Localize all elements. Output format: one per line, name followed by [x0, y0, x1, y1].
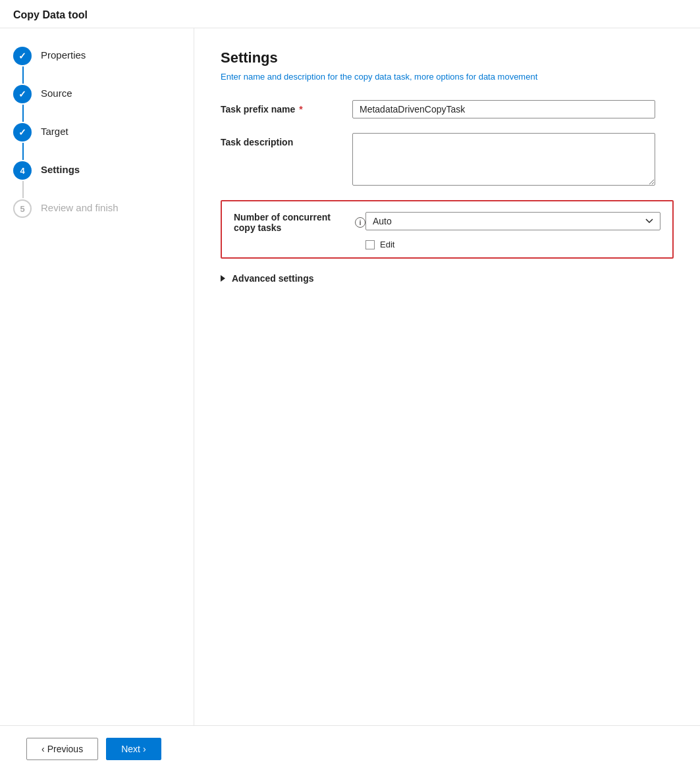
task-prefix-row: Task prefix name * [221, 100, 674, 118]
task-description-row: Task description [221, 133, 674, 186]
required-star: * [296, 104, 302, 115]
sidebar: ✓ Properties ✓ Source ✓ Target 4 Setting… [0, 28, 194, 767]
next-button[interactable]: Next › [106, 738, 161, 760]
task-description-label: Task description [221, 133, 352, 147]
concurrent-tasks-box: Number of concurrent copy tasks i Auto 1… [221, 200, 674, 259]
step-circle-target: ✓ [13, 123, 32, 142]
section-description: Enter name and description for the copy … [221, 72, 674, 82]
content-scroll: Settings Enter name and description for … [221, 49, 674, 767]
sidebar-item-source[interactable]: ✓ Source [13, 85, 180, 103]
step-label-source: Source [41, 85, 72, 99]
sidebar-item-settings[interactable]: 4 Settings [13, 161, 180, 180]
concurrent-tasks-label-group: Number of concurrent copy tasks i [234, 212, 365, 233]
step-circle-properties: ✓ [13, 47, 32, 65]
info-icon[interactable]: i [355, 217, 365, 228]
step-circle-settings: 4 [13, 161, 32, 180]
chevron-right-icon [221, 275, 225, 282]
step-label-target: Target [41, 123, 68, 137]
content-area: Settings Enter name and description for … [194, 28, 700, 767]
edit-label: Edit [380, 240, 394, 249]
footer: ‹ Previous Next › [0, 725, 700, 772]
sidebar-item-review[interactable]: 5 Review and finish [13, 199, 180, 218]
concurrent-tasks-row: Number of concurrent copy tasks i Auto 1… [234, 212, 660, 233]
edit-row: Edit [365, 240, 660, 249]
edit-checkbox[interactable] [365, 240, 375, 249]
step-circle-source: ✓ [13, 85, 32, 103]
advanced-settings-row[interactable]: Advanced settings [221, 273, 674, 284]
section-title: Settings [221, 49, 674, 66]
task-prefix-input[interactable] [352, 100, 655, 118]
task-description-input[interactable] [352, 133, 655, 186]
step-label-review: Review and finish [41, 199, 119, 213]
concurrent-tasks-dropdown[interactable]: Auto 1 2 4 8 16 [365, 212, 660, 230]
main-layout: ✓ Properties ✓ Source ✓ Target 4 Setting… [0, 28, 700, 767]
step-circle-review: 5 [13, 199, 32, 218]
concurrent-tasks-dropdown-wrapper: Auto 1 2 4 8 16 [365, 212, 660, 230]
previous-button[interactable]: ‹ Previous [26, 738, 98, 760]
sidebar-item-properties[interactable]: ✓ Properties [13, 47, 180, 65]
step-label-settings: Settings [41, 161, 80, 175]
step-label-properties: Properties [41, 47, 86, 61]
advanced-settings-label: Advanced settings [232, 273, 313, 284]
sidebar-item-target[interactable]: ✓ Target [13, 123, 180, 142]
app-title: Copy Data tool [13, 9, 88, 20]
task-prefix-label: Task prefix name * [221, 100, 352, 115]
app-header: Copy Data tool [0, 0, 700, 28]
chevron-right-icon: › [143, 744, 146, 754]
chevron-left-icon: ‹ [41, 744, 45, 754]
